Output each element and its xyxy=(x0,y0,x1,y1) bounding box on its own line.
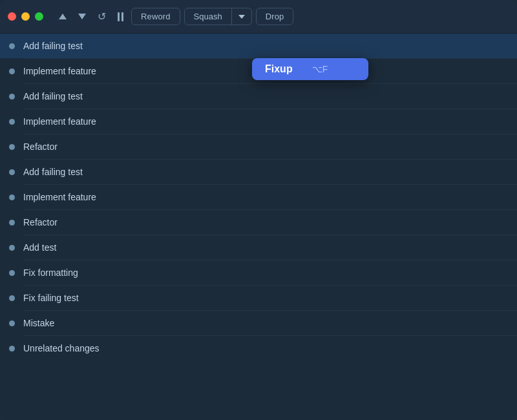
undo-icon: ↺ xyxy=(98,10,106,23)
commit-dot xyxy=(9,144,15,150)
commits-container: Add failing testImplement featureAdd fai… xyxy=(0,34,517,361)
dot-column xyxy=(0,94,23,100)
commit-text: Implement feature xyxy=(23,116,507,127)
arrow-down-icon xyxy=(78,14,86,19)
commit-item[interactable]: Fix failing test xyxy=(0,286,517,310)
commit-dot xyxy=(9,346,15,352)
commit-text: Add failing test xyxy=(23,91,507,101)
commit-text: Add test xyxy=(23,242,507,253)
toolbar: ↺ Reword Squash Drop xyxy=(55,8,509,25)
dot-column xyxy=(0,169,23,175)
reword-button[interactable]: Reword xyxy=(131,8,180,25)
drop-button[interactable]: Drop xyxy=(256,8,294,25)
dot-column xyxy=(0,270,23,276)
commit-dot xyxy=(9,270,15,276)
commit-item[interactable]: Add test xyxy=(0,235,517,260)
commit-text: Refactor xyxy=(23,142,507,152)
arrow-up-icon xyxy=(59,14,67,19)
commit-item[interactable]: Mistake xyxy=(0,311,517,335)
commit-item[interactable]: Implement feature xyxy=(0,109,517,134)
dot-column xyxy=(0,119,23,125)
minimize-button[interactable] xyxy=(21,12,30,21)
move-down-button[interactable] xyxy=(74,11,90,22)
dot-column xyxy=(0,320,23,326)
commit-text: Fix formatting xyxy=(23,268,507,278)
squash-dropdown-button[interactable] xyxy=(232,12,251,22)
commit-text: Fix failing test xyxy=(23,293,507,303)
commit-text: Implement feature xyxy=(23,192,507,202)
commit-dot xyxy=(9,43,15,49)
commit-dot xyxy=(9,169,15,175)
commit-item[interactable]: Refactor xyxy=(0,134,517,159)
commit-text: Add failing test xyxy=(23,167,507,177)
commit-dot xyxy=(9,245,15,251)
commit-dot xyxy=(9,320,15,326)
commit-text: Unrelated changes xyxy=(23,343,507,353)
undo-button[interactable]: ↺ xyxy=(94,8,110,25)
commit-dot xyxy=(9,94,15,100)
pause-icon xyxy=(118,12,123,21)
traffic-lights xyxy=(8,12,43,21)
dot-column xyxy=(0,346,23,352)
fixup-label: Fixup xyxy=(265,63,293,75)
chevron-down-icon xyxy=(238,15,245,19)
dot-column xyxy=(0,144,23,150)
pause-button[interactable] xyxy=(114,10,127,24)
commit-text: Refactor xyxy=(23,217,507,227)
main-window: ↺ Reword Squash Drop Fixup ⌥F xyxy=(0,0,517,420)
move-up-button[interactable] xyxy=(55,11,70,22)
commit-text: Mistake xyxy=(23,318,507,328)
close-button[interactable] xyxy=(8,12,16,21)
commit-item[interactable]: Implement feature xyxy=(0,185,517,209)
dot-column xyxy=(0,194,23,200)
commit-dot xyxy=(9,220,15,226)
commit-item[interactable]: Fix formatting xyxy=(0,260,517,285)
commit-dot xyxy=(9,119,15,125)
dot-column xyxy=(0,220,23,226)
squash-button[interactable]: Squash xyxy=(185,8,232,25)
dot-column xyxy=(0,68,23,74)
squash-group: Squash xyxy=(184,8,252,25)
title-bar: ↺ Reword Squash Drop xyxy=(0,0,517,34)
commit-list[interactable]: Fixup ⌥F Add failing testImplement featu… xyxy=(0,34,517,420)
maximize-button[interactable] xyxy=(35,12,43,21)
commit-text: Add failing test xyxy=(23,41,507,51)
fixup-popup[interactable]: Fixup ⌥F xyxy=(252,58,368,80)
commit-dot xyxy=(9,68,15,74)
commit-dot xyxy=(9,194,15,200)
commit-dot xyxy=(9,295,15,301)
commit-item[interactable]: Add failing test xyxy=(0,34,517,58)
fixup-shortcut: ⌥F xyxy=(312,64,328,74)
commit-item[interactable]: Add failing test xyxy=(0,84,517,109)
commit-item[interactable]: Refactor xyxy=(0,210,517,235)
dot-column xyxy=(0,43,23,49)
dot-column xyxy=(0,295,23,301)
commit-item[interactable]: Add failing test xyxy=(0,160,517,184)
commit-item[interactable]: Unrelated changes xyxy=(0,336,517,361)
dot-column xyxy=(0,245,23,251)
